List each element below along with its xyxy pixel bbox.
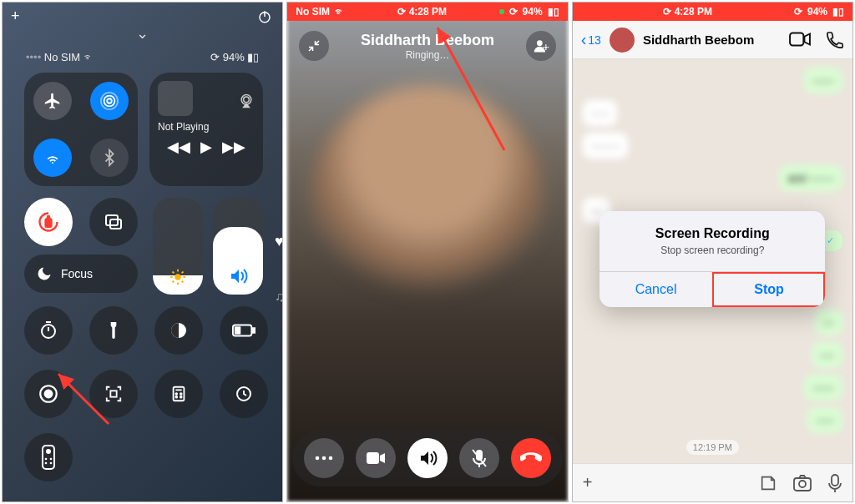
airdrop-button[interactable] xyxy=(90,82,129,120)
message-bubble: --- xyxy=(815,310,842,335)
camera-indicator-icon xyxy=(499,9,504,14)
calculator-button[interactable] xyxy=(154,370,203,418)
media-tile[interactable]: Not Playing ◀◀ ▶ ▶▶ xyxy=(149,73,263,186)
apple-tv-remote-button[interactable] xyxy=(24,433,73,481)
battery-pct: 94% xyxy=(523,6,543,18)
svg-point-10 xyxy=(175,274,180,280)
rewind-icon[interactable]: ◀◀ xyxy=(167,138,190,156)
media-thumbnail xyxy=(158,81,193,116)
add-icon[interactable]: + xyxy=(11,8,20,25)
voice-call-button[interactable] xyxy=(826,31,844,49)
connectivity-tile[interactable] xyxy=(24,73,138,186)
end-call-button[interactable] xyxy=(511,438,551,478)
svg-rect-51 xyxy=(832,475,838,486)
svg-rect-7 xyxy=(46,219,52,227)
svg-rect-23 xyxy=(235,327,240,333)
svg-line-16 xyxy=(182,281,184,283)
music-icon[interactable]: ♫ xyxy=(275,290,283,305)
more-button[interactable] xyxy=(304,438,344,478)
screen-mirroring-button[interactable] xyxy=(89,198,138,246)
svg-point-31 xyxy=(175,396,177,398)
favorites-icon[interactable]: ♥ xyxy=(275,233,283,250)
camera-toggle-button[interactable] xyxy=(356,438,396,478)
caller-face-blur xyxy=(311,85,544,319)
svg-point-40 xyxy=(537,40,543,46)
avatar[interactable] xyxy=(610,28,635,53)
focus-button[interactable]: Focus xyxy=(24,255,138,293)
cancel-button[interactable]: Cancel xyxy=(600,272,712,307)
qr-scanner-button[interactable] xyxy=(89,370,138,418)
svg-point-42 xyxy=(316,456,320,461)
svg-rect-45 xyxy=(367,452,379,464)
timer-button[interactable] xyxy=(24,306,73,355)
play-icon[interactable]: ▶ xyxy=(200,138,212,156)
focus-label: Focus xyxy=(61,267,93,280)
speaker-button[interactable] xyxy=(407,438,448,478)
flashlight-button[interactable] xyxy=(89,306,138,355)
battery-pct: 94% xyxy=(223,51,245,63)
svg-rect-22 xyxy=(252,328,255,333)
wifi-icon: ᯤ xyxy=(83,51,94,63)
message-bubble: -------- xyxy=(583,133,629,159)
minimize-call-button[interactable] xyxy=(299,31,329,61)
mic-button[interactable] xyxy=(827,473,842,493)
whatsapp-alert-pane: ⟳4:28 PM ⟳94%▮▯ ‹13 Siddharth Beebom ---… xyxy=(572,2,853,502)
battery-icon: ▮▯ xyxy=(548,6,559,18)
message-timestamp: 12:19 PM xyxy=(686,440,739,455)
svg-point-35 xyxy=(46,449,51,454)
low-power-button[interactable] xyxy=(220,306,268,355)
message-bubble: ------ xyxy=(804,375,842,401)
svg-rect-9 xyxy=(110,219,121,229)
message-bubble: ------ xyxy=(804,68,842,93)
carrier-label: No SIM xyxy=(44,51,80,63)
call-header: Siddharth Beebom Ringing… xyxy=(287,31,567,61)
facetime-call-pane: No SIMᯤ ⟳4:28 PM ⟳94%▮▯ Siddharth Beebom… xyxy=(286,2,568,502)
battery-icon: ▮▯ xyxy=(832,6,844,18)
add-person-button[interactable] xyxy=(526,31,556,61)
screen-record-button[interactable] xyxy=(24,370,73,418)
svg-rect-26 xyxy=(110,391,116,396)
svg-line-17 xyxy=(172,281,174,283)
svg-point-2 xyxy=(107,98,112,103)
brightness-slider[interactable] xyxy=(153,198,203,295)
back-button[interactable]: ‹13 xyxy=(581,30,601,49)
svg-point-36 xyxy=(45,458,48,461)
rotation-lock-button[interactable] xyxy=(24,198,73,246)
alert-message: Stop screen recording? xyxy=(613,244,812,256)
recording-status-bar[interactable]: ⟳4:28 PM ⟳94%▮▯ xyxy=(573,3,852,21)
svg-point-38 xyxy=(45,462,48,465)
time-label: 4:28 PM xyxy=(675,6,712,18)
media-title: Not Playing xyxy=(158,121,255,133)
time-label: 4:28 PM xyxy=(409,6,447,18)
airplane-mode-button[interactable] xyxy=(33,82,72,120)
volume-slider[interactable] xyxy=(213,198,263,295)
dark-mode-button[interactable] xyxy=(154,306,203,355)
camera-button[interactable] xyxy=(792,474,812,492)
carrier-label: No SIM xyxy=(296,6,330,18)
stop-button[interactable]: Stop xyxy=(712,272,826,307)
input-bar: + xyxy=(573,463,852,501)
sticker-button[interactable] xyxy=(759,474,777,492)
svg-point-3 xyxy=(104,96,115,107)
svg-rect-48 xyxy=(790,33,803,45)
media-controls: ◀◀ ▶ ▶▶ xyxy=(158,138,255,156)
cellular-bluetooth-button[interactable] xyxy=(90,139,129,177)
forward-icon[interactable]: ▶▶ xyxy=(222,138,245,156)
power-icon[interactable] xyxy=(257,9,272,24)
svg-point-44 xyxy=(329,456,333,461)
svg-point-30 xyxy=(180,393,182,395)
contact-name[interactable]: Siddharth Beebom xyxy=(643,33,754,47)
chat-header: ‹13 Siddharth Beebom xyxy=(573,21,852,59)
control-center-pane: + ⌄ •••• No SIM ᯤ ⟳ 94% ▮▯ Not Playing xyxy=(2,2,283,502)
video-call-button[interactable] xyxy=(789,31,811,49)
extra-button[interactable] xyxy=(220,370,268,418)
recording-status-bar[interactable]: No SIMᯤ ⟳4:28 PM ⟳94%▮▯ xyxy=(287,3,567,21)
attach-button[interactable]: + xyxy=(583,473,593,492)
message-bubble: ----- xyxy=(583,100,618,126)
airplay-icon[interactable] xyxy=(238,93,255,109)
mute-button[interactable] xyxy=(459,438,499,478)
wifi-button[interactable] xyxy=(33,139,72,177)
svg-point-50 xyxy=(799,481,806,487)
svg-point-37 xyxy=(50,458,53,461)
message-bubble: ---- xyxy=(812,342,842,368)
